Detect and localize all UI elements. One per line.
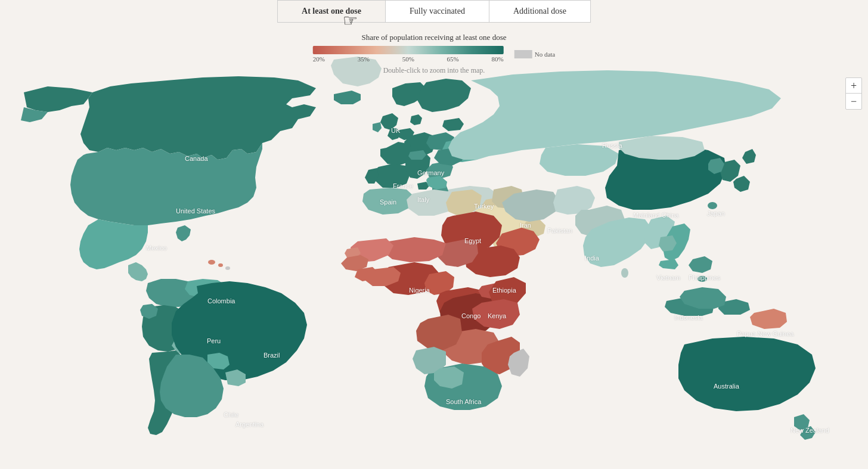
legend-label-50: 50% (402, 55, 414, 63)
tab-fully-vaccinated[interactable]: Fully vaccinated (386, 1, 489, 22)
tab-additional-dose[interactable]: Additional dose (489, 1, 590, 22)
legend-no-data-box (514, 50, 532, 58)
tabs-container: At least one dose Fully vaccinated Addit… (277, 0, 591, 23)
legend-labels: 20% 35% 50% 65% 80% (313, 55, 504, 63)
legend-title: Share of population receiving at least o… (313, 33, 556, 42)
svg-point-6 (708, 202, 717, 209)
legend-label-20: 20% (313, 55, 325, 63)
svg-point-4 (621, 268, 628, 278)
svg-point-1 (208, 260, 215, 265)
svg-point-2 (218, 263, 223, 267)
zoom-controls: + − (845, 77, 862, 110)
legend-label-80: 80% (492, 55, 504, 63)
legend-hint: Double-click to zoom into the map. (313, 66, 556, 75)
svg-point-5 (698, 276, 707, 282)
legend: Share of population receiving at least o… (313, 33, 556, 75)
zoom-out-button[interactable]: − (846, 94, 861, 109)
svg-point-3 (225, 266, 230, 270)
zoom-in-button[interactable]: + (846, 78, 861, 94)
legend-no-data: No data (514, 50, 556, 58)
legend-label-35: 35% (358, 55, 370, 63)
tab-at-least-one-dose[interactable]: At least one dose (278, 1, 386, 22)
legend-gradient (313, 46, 504, 54)
legend-label-65: 65% (447, 55, 459, 63)
legend-no-data-label: No data (535, 51, 556, 58)
